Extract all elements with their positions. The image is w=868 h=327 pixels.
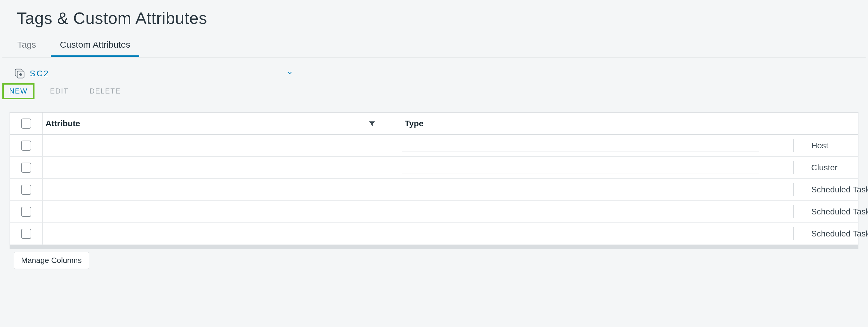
table-row: Scheduled Task	[10, 179, 858, 201]
select-all-checkbox[interactable]	[21, 118, 31, 129]
new-button[interactable]: NEW	[2, 83, 34, 99]
row-checkbox[interactable]	[21, 207, 31, 217]
filter-icon[interactable]	[368, 120, 376, 128]
vcenter-icon	[14, 67, 26, 80]
row-type: Scheduled Task	[798, 201, 868, 222]
row-type: Cluster	[798, 157, 868, 179]
table-row: Scheduled Task	[10, 201, 858, 223]
table-row: Scheduled Task	[10, 223, 858, 245]
table-row: Cluster	[10, 157, 858, 179]
tab-custom-attributes[interactable]: Custom Attributes	[51, 38, 139, 57]
manage-columns-button[interactable]: Manage Columns	[14, 252, 89, 269]
action-bar: NEW EDIT DELETE	[2, 83, 866, 99]
row-type: Scheduled Task	[798, 223, 868, 245]
attribute-input[interactable]	[402, 161, 759, 174]
page-title: Tags & Custom Attributes	[17, 8, 866, 28]
delete-button[interactable]: DELETE	[84, 84, 126, 98]
table-row: Host	[10, 135, 858, 157]
table-header-row: Attribute Type	[10, 113, 858, 135]
row-type: Host	[798, 135, 868, 156]
row-checkbox[interactable]	[21, 141, 31, 151]
edit-button[interactable]: EDIT	[44, 84, 74, 98]
attribute-input[interactable]	[402, 227, 759, 240]
svg-point-2	[20, 74, 22, 76]
context-label: SC2	[30, 69, 49, 78]
tab-bar: Tags Custom Attributes	[2, 38, 866, 57]
column-header-attribute[interactable]: Attribute	[42, 113, 359, 134]
column-header-type[interactable]: Type	[394, 113, 858, 134]
row-checkbox[interactable]	[21, 163, 31, 173]
chevron-down-icon	[286, 70, 293, 78]
row-checkbox[interactable]	[21, 185, 31, 195]
row-checkbox[interactable]	[21, 229, 31, 239]
tab-tags[interactable]: Tags	[8, 38, 45, 57]
attribute-input[interactable]	[402, 139, 759, 152]
attribute-input[interactable]	[402, 184, 759, 196]
table-footer-strip	[10, 245, 858, 249]
row-type: Scheduled Task	[798, 179, 868, 200]
attributes-table: Attribute Type Host	[9, 112, 859, 249]
attribute-input[interactable]	[402, 206, 759, 218]
context-selector[interactable]: SC2	[14, 67, 305, 80]
